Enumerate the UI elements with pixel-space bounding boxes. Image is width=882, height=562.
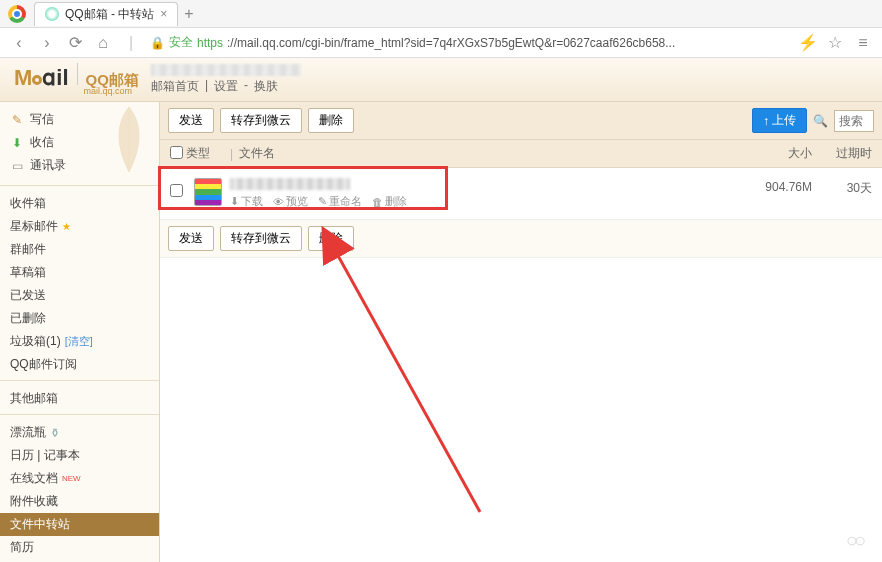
file-list: ⬇下载 👁预览 ✎重命名 🗑删除 904.76M 30天 <box>160 168 882 219</box>
sidebar: ✎写信 ⬇收信 ▭通讯录 收件箱 星标邮件★ 群邮件 草稿箱 已发送 已删除 垃… <box>0 102 160 562</box>
link-settings[interactable]: 设置 <box>214 78 238 95</box>
file-checkbox[interactable] <box>170 184 183 197</box>
logo-o-icon <box>32 75 42 85</box>
url-protocol: https <box>197 36 223 50</box>
mail-header: M ɑil QQ邮箱 mail.qq.com 邮箱首页 | 设置 - 换肤 <box>0 58 882 102</box>
sidebar-item-subscribe[interactable]: QQ邮件订阅 <box>10 353 149 376</box>
col-size: 大小 <box>712 145 812 162</box>
file-delete-link[interactable]: 🗑删除 <box>372 194 407 209</box>
nav-divider: | <box>122 34 140 52</box>
sidebar-item-bottle[interactable]: 漂流瓶 ⚱ <box>10 421 149 444</box>
compose-icon: ✎ <box>10 113 24 127</box>
file-download-link[interactable]: ⬇下载 <box>230 194 263 209</box>
sidebar-item-starred[interactable]: 星标邮件★ <box>10 215 149 238</box>
col-filename: 文件名 <box>239 145 712 162</box>
nav-home-icon[interactable]: ⌂ <box>94 34 112 52</box>
send-button-bottom[interactable]: 发送 <box>168 226 214 251</box>
browser-tab[interactable]: QQ邮箱 - 中转站 × <box>34 2 178 26</box>
file-row[interactable]: ⬇下载 👁预览 ✎重命名 🗑删除 904.76M 30天 <box>168 174 874 213</box>
url-input[interactable]: 🔒 安全 https ://mail.qq.com/cgi-bin/frame_… <box>150 34 788 51</box>
compose-button[interactable]: ✎写信 <box>10 108 149 131</box>
search-input[interactable] <box>834 110 874 132</box>
trash-icon: 🗑 <box>372 196 383 208</box>
user-info-blurred <box>151 64 301 76</box>
inbox-icon: ⬇ <box>10 136 24 150</box>
download-icon: ⬇ <box>230 195 239 208</box>
delete-button[interactable]: 删除 <box>308 108 354 133</box>
new-tab-button[interactable]: + <box>184 5 193 23</box>
file-expire: 30天 <box>812 178 872 197</box>
sidebar-item-calendar[interactable]: 日历 | 记事本 <box>10 444 149 467</box>
tab-close-icon[interactable]: × <box>160 7 167 21</box>
sidebar-item-deleted[interactable]: 已删除 <box>10 307 149 330</box>
toolbar-top: 发送 转存到微云 删除 ↑上传 🔍 <box>160 102 882 140</box>
svg-line-0 <box>336 252 480 512</box>
clear-spam-link[interactable]: [清空] <box>65 334 93 349</box>
qq-mail-logo[interactable]: M ɑil QQ邮箱 mail.qq.com <box>14 63 139 96</box>
nav-back-icon[interactable]: ‹ <box>10 34 28 52</box>
lock-icon: 🔒 <box>150 36 165 50</box>
save-cloud-button-bottom[interactable]: 转存到微云 <box>220 226 302 251</box>
select-all-checkbox[interactable] <box>170 146 183 159</box>
flash-icon[interactable]: ⚡ <box>798 33 816 52</box>
link-skin[interactable]: 换肤 <box>254 78 278 95</box>
toolbar-bottom: 发送 转存到微云 删除 <box>160 219 882 258</box>
link-mailbox-home[interactable]: 邮箱首页 <box>151 78 199 95</box>
file-rename-link[interactable]: ✎重命名 <box>318 194 362 209</box>
bottle-icon: ⚱ <box>50 426 60 440</box>
sidebar-item-drafts[interactable]: 草稿箱 <box>10 261 149 284</box>
browser-tab-bar: QQ邮箱 - 中转站 × + <box>0 0 882 28</box>
nav-forward-icon[interactable]: › <box>38 34 56 52</box>
decoration-circles: ○○ <box>846 529 862 552</box>
contacts-icon: ▭ <box>10 159 24 173</box>
col-type: 类型 <box>186 145 230 162</box>
file-name-blurred <box>230 178 350 190</box>
menu-icon[interactable]: ≡ <box>854 34 872 52</box>
sidebar-item-sent[interactable]: 已发送 <box>10 284 149 307</box>
column-header: 类型 | 文件名 大小 过期时 <box>160 140 882 168</box>
tab-title: QQ邮箱 - 中转站 <box>65 6 154 23</box>
archive-file-icon <box>194 178 222 206</box>
qq-favicon <box>45 7 59 21</box>
col-expire: 过期时 <box>812 145 872 162</box>
sidebar-item-transfer[interactable]: 文件中转站 <box>0 513 159 536</box>
file-preview-link[interactable]: 👁预览 <box>273 194 308 209</box>
url-path: ://mail.qq.com/cgi-bin/frame_html?sid=7q… <box>227 36 675 50</box>
inbox-button[interactable]: ⬇收信 <box>10 131 149 154</box>
eye-icon: 👁 <box>273 196 284 208</box>
search-icon: 🔍 <box>813 114 828 128</box>
send-button[interactable]: 发送 <box>168 108 214 133</box>
pencil-icon: ✎ <box>318 195 327 208</box>
star-icon: ★ <box>62 221 71 232</box>
star-icon[interactable]: ☆ <box>826 33 844 52</box>
nav-reload-icon[interactable]: ⟳ <box>66 33 84 52</box>
upload-icon: ↑ <box>763 114 769 128</box>
delete-button-bottom[interactable]: 删除 <box>308 226 354 251</box>
sidebar-item-spam[interactable]: 垃圾箱(1)[清空] <box>10 330 149 353</box>
sidebar-other-mail[interactable]: 其他邮箱 <box>10 387 149 410</box>
safe-label: 安全 <box>169 34 193 51</box>
header-info: 邮箱首页 | 设置 - 换肤 <box>151 64 301 95</box>
upload-button[interactable]: ↑上传 <box>752 108 807 133</box>
sidebar-item-docs[interactable]: 在线文档 NEW <box>10 467 149 490</box>
new-badge: NEW <box>62 474 81 483</box>
file-size: 904.76M <box>712 178 812 194</box>
save-cloud-button[interactable]: 转存到微云 <box>220 108 302 133</box>
sidebar-item-attachments[interactable]: 附件收藏 <box>10 490 149 513</box>
address-bar: ‹ › ⟳ ⌂ | 🔒 安全 https ://mail.qq.com/cgi-… <box>0 28 882 58</box>
content-area: 发送 转存到微云 删除 ↑上传 🔍 类型 | 文件名 大小 过期时 <box>160 102 882 562</box>
sidebar-item-group[interactable]: 群邮件 <box>10 238 149 261</box>
sidebar-item-resume[interactable]: 简历 <box>10 536 149 559</box>
sidebar-item-inbox[interactable]: 收件箱 <box>10 192 149 215</box>
contacts-button[interactable]: ▭通讯录 <box>10 154 149 177</box>
chrome-icon <box>8 5 26 23</box>
